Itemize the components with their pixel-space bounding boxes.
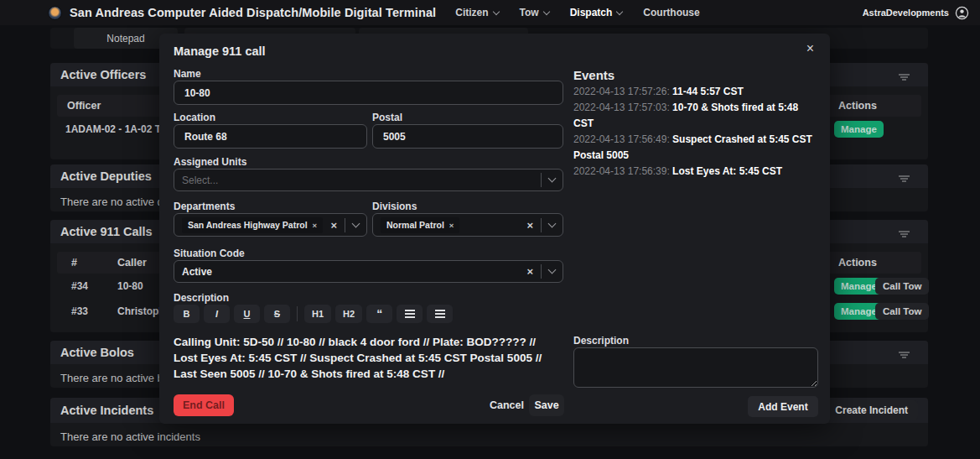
chevron-down-icon[interactable] — [352, 219, 360, 227]
editor-toolbar: B I U S H1 H2 “ — [174, 305, 453, 323]
add-event-button[interactable]: Add Event — [748, 396, 818, 417]
heading2-button[interactable]: H2 — [335, 305, 362, 323]
strikethrough-button[interactable]: S — [264, 305, 290, 323]
ordered-list-icon — [435, 310, 445, 311]
save-button[interactable]: Save — [529, 394, 564, 416]
location-label: Location — [174, 112, 215, 123]
remove-tag-icon[interactable]: × — [449, 221, 454, 230]
blockquote-button[interactable]: “ — [366, 305, 392, 323]
event-description-label: Description — [573, 335, 629, 347]
bold-button[interactable]: B — [174, 305, 200, 323]
nav-dispatch[interactable]: Dispatch — [570, 7, 623, 18]
event-description-field[interactable] — [573, 347, 818, 388]
app-logo-icon — [48, 6, 62, 20]
cancel-button[interactable]: Cancel — [490, 399, 524, 411]
clear-icon[interactable]: × — [526, 220, 533, 231]
event-item: 2022-04-13 17:56:39: Lost Eyes At: 5:45 … — [573, 164, 818, 180]
events-title: Events — [573, 68, 614, 82]
assigned-units-label: Assigned Units — [174, 156, 246, 168]
remove-tag-icon[interactable]: × — [313, 221, 318, 230]
situation-code-select[interactable]: Active × — [174, 260, 563, 283]
name-field[interactable] — [174, 81, 563, 105]
heading1-button[interactable]: H1 — [304, 305, 331, 323]
name-label: Name — [174, 68, 201, 80]
underline-button[interactable]: U — [234, 305, 260, 323]
postal-label: Postal — [372, 112, 402, 123]
situation-code-value: Active — [182, 266, 212, 278]
division-tag: Normal Patrol × — [381, 217, 459, 233]
location-field[interactable] — [174, 124, 367, 149]
event-item: 2022-04-13 17:57:03: 10-70 & Shots fired… — [573, 100, 818, 132]
chevron-down-icon[interactable] — [548, 266, 557, 274]
nav-tow[interactable]: Tow — [520, 7, 549, 18]
nav-courthouse[interactable]: Courthouse — [643, 7, 699, 18]
user-avatar-icon — [955, 6, 969, 20]
divisions-select[interactable]: Normal Patrol × × — [372, 213, 563, 237]
bullet-list-button[interactable] — [397, 305, 423, 323]
nav-citizen[interactable]: Citizen — [455, 7, 498, 18]
event-item: 2022-04-13 17:56:49: Suspect Crashed at … — [573, 132, 818, 164]
user-menu[interactable]: AstraDevelopments — [863, 6, 969, 20]
chevron-down-icon[interactable] — [548, 175, 557, 183]
clear-icon[interactable]: × — [330, 220, 337, 231]
department-tag: San Andreas Highway Patrol × — [182, 217, 323, 233]
main-nav: Citizen Tow Dispatch Courthouse — [455, 7, 699, 18]
events-list: 2022-04-13 17:57:26: 11-44 5:57 CST 2022… — [573, 84, 818, 180]
divisions-label: Divisions — [372, 201, 417, 212]
departments-label: Departments — [174, 201, 235, 212]
chevron-down-icon[interactable] — [548, 219, 557, 227]
italic-button[interactable]: I — [204, 305, 230, 323]
close-icon[interactable]: × — [806, 42, 814, 55]
top-header: San Andreas Computer Aided Dispatch/Mobi… — [0, 0, 980, 25]
end-call-button[interactable]: End Call — [174, 394, 234, 416]
departments-select[interactable]: San Andreas Highway Patrol × × — [174, 213, 367, 237]
situation-code-label: Situation Code — [174, 248, 245, 259]
username-label: AstraDevelopments — [863, 8, 949, 18]
description-editor[interactable]: Calling Unit: 5D-50 // 10-80 // black 4 … — [174, 334, 562, 382]
event-item: 2022-04-13 17:57:26: 11-44 5:57 CST — [573, 84, 818, 100]
chevron-down-icon — [492, 8, 499, 14]
manage-911-call-modal: Manage 911 call × Name Location Postal A… — [159, 34, 830, 424]
modal-title: Manage 911 call — [174, 44, 266, 58]
assigned-units-placeholder: Select... — [182, 175, 218, 186]
bullet-list-icon — [405, 310, 415, 311]
chevron-down-icon — [542, 8, 549, 14]
postal-field[interactable] — [372, 124, 563, 149]
clear-icon[interactable]: × — [526, 266, 533, 277]
assigned-units-select[interactable]: Select... — [174, 169, 563, 191]
chevron-down-icon — [616, 8, 623, 14]
ordered-list-button[interactable] — [427, 305, 453, 323]
description-label: Description — [174, 292, 229, 304]
app-title: San Andreas Computer Aided Dispatch/Mobi… — [70, 6, 436, 19]
